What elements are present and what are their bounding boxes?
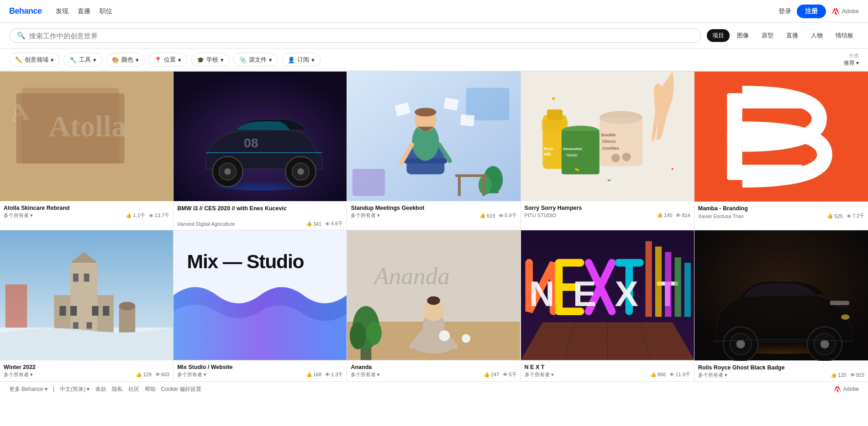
graduation-icon: 🎓 — [197, 57, 204, 63]
svg-rect-31 — [458, 177, 461, 196]
view-icon: 👁 — [847, 213, 852, 219]
card-ananda[interactable]: Ananda Ananda 多个所有者 ▾ 👍 247 — [347, 230, 521, 381]
svg-rect-104 — [655, 247, 661, 317]
card-author[interactable]: Xavier Esclusa Trias — [698, 213, 744, 219]
card-rollsroyce-image — [694, 230, 868, 360]
svg-rect-16 — [352, 169, 385, 196]
card-stats: 👍 247 👁 5千 — [484, 371, 516, 378]
likes-stat: 👍 247 — [484, 372, 499, 378]
views-stat: 👁 1.3千 — [325, 371, 343, 378]
tab-images[interactable]: 图像 — [731, 29, 754, 42]
filter-subscription[interactable]: 👤 订阅 ▾ — [282, 53, 321, 67]
svg-rect-75 — [5, 285, 27, 328]
likes-stat: 👍 619 — [479, 213, 495, 218]
svg-point-45 — [611, 154, 620, 162]
view-icon: 👁 — [850, 372, 855, 378]
filter-school[interactable]: 🎓 学校 ▾ — [191, 53, 230, 67]
bottom-language[interactable]: 中文(简体) ▾ — [60, 385, 89, 393]
like-icon: 👍 — [657, 212, 663, 218]
card-author[interactable]: 多个所有者 ▾ — [177, 371, 206, 378]
card-author[interactable]: 多个所有者 ▾ — [351, 212, 380, 219]
card-sorry[interactable]: Rose Milk Double Choco Cookies — [521, 72, 694, 230]
card-author[interactable]: 多个所有者 ▾ — [4, 212, 33, 219]
bottom-bar: 更多 Behance ▾ | 中文(简体) ▾ 条款 隐私 社区 帮助 Cook… — [0, 381, 868, 397]
like-icon: 👍 — [306, 372, 312, 378]
svg-text:Atolla: Atolla — [49, 110, 126, 143]
card-rollsroyce[interactable]: Rolls Royce Ghost Black Badge 多个所有者 ▾ 👍 … — [694, 230, 868, 381]
filter-color[interactable]: 🎨 颜色 ▾ — [106, 53, 145, 67]
bottom-help[interactable]: 帮助 — [145, 385, 156, 393]
tab-people[interactable]: 人物 — [805, 29, 828, 42]
location-icon: 📍 — [154, 57, 162, 63]
filter-location[interactable]: 📍 位置 ▾ — [148, 53, 187, 67]
svg-point-93 — [439, 331, 450, 342]
card-meta: Xavier Esclusa Trias 👍 525 👁 7.2千 — [698, 213, 864, 219]
card-stats: 👍 525 👁 7.2千 — [827, 213, 864, 219]
search-input-wrap[interactable]: 🔍 — [9, 28, 701, 43]
card-standup[interactable]: Standup Meetings Geekbot 多个所有者 ▾ 👍 619 👁 — [347, 72, 521, 230]
nav-live[interactable]: 直播 — [78, 7, 90, 16]
card-meta: 多个所有者 ▾ 👍 866 👁 11.9千 — [525, 371, 690, 378]
views-stat: 👁 814 — [676, 213, 690, 218]
tab-live[interactable]: 直播 — [781, 29, 804, 42]
pencil-icon: ✏️ — [15, 57, 22, 63]
svg-point-41 — [599, 111, 642, 124]
register-button[interactable]: 注册 — [797, 5, 826, 18]
tab-moodboard[interactable]: 情结板 — [830, 29, 859, 42]
card-winter[interactable]: Winter 2022 多个所有者 ▾ 👍 129 👁 603 — [0, 230, 174, 381]
like-icon: 👍 — [484, 372, 490, 378]
card-author[interactable]: 多个所有者 ▾ — [698, 372, 727, 379]
svg-point-9 — [225, 168, 231, 175]
nav-jobs[interactable]: 职位 — [100, 7, 112, 16]
card-mamba[interactable]: Mamba - Branding Xavier Esclusa Trias 👍 … — [694, 72, 868, 230]
card-atolla[interactable]: Atolla A Atolla Skincare Rebrand 多个所有者 ▾… — [0, 72, 174, 230]
view-icon: 👁 — [325, 372, 330, 377]
tab-prototypes[interactable]: 原型 — [756, 29, 779, 42]
filter-tools[interactable]: 🔧 工具 ▾ — [63, 53, 102, 67]
chevron-icon: ▾ — [51, 57, 54, 63]
view-icon: 👁 — [499, 213, 504, 218]
chevron-icon: ▾ — [178, 57, 181, 63]
filter-source-files[interactable]: 📎 源文件 ▾ — [233, 53, 278, 67]
main-nav: Behance 发现 直播 职位 登录 注册 Adobe — [0, 0, 868, 23]
bottom-more-behance[interactable]: 更多 Behance ▾ — [9, 385, 47, 393]
login-button[interactable]: 登录 — [779, 7, 791, 16]
bottom-privacy[interactable]: 隐私 — [112, 385, 123, 393]
bottom-community[interactable]: 社区 — [128, 385, 139, 393]
nav-discover[interactable]: 发现 — [56, 7, 68, 16]
author-arrow: ▾ — [377, 213, 380, 218]
card-author[interactable]: 多个所有者 ▾ — [525, 371, 554, 378]
sort-value[interactable]: 推荐 ▾ — [844, 59, 859, 67]
card-author[interactable]: 多个所有者 ▾ — [351, 371, 380, 378]
author-arrow: ▾ — [725, 372, 727, 378]
svg-rect-68 — [70, 306, 77, 316]
ananda-visual: Ananda — [347, 230, 520, 360]
grid-row-1: Atolla A Atolla Skincare Rebrand 多个所有者 ▾… — [0, 72, 868, 230]
separator: | — [53, 386, 54, 392]
tab-projects[interactable]: 项目 — [707, 29, 730, 42]
card-author[interactable]: 多个所有者 ▾ — [4, 371, 33, 378]
card-title: BMW i3 // CES 2020 // with Enes Kucevic — [177, 205, 343, 219]
search-icon: 🔍 — [17, 31, 26, 40]
card-bmw[interactable]: 08 BMW i3 // CES 2020 // with Enes Kucev… — [174, 72, 347, 230]
card-author[interactable]: Harvest Digital Agriculture — [177, 221, 235, 227]
card-mixstudio[interactable]: Mix — Studio — [174, 230, 347, 381]
card-atolla-info: Atolla Skincare Rebrand 多个所有者 ▾ 👍 1.1千 👁 — [0, 201, 173, 222]
bottom-cookie[interactable]: Cookie 偏好设置 — [161, 385, 202, 393]
card-next[interactable]: N E X T N E X T 多个所有者 ▾ — [521, 230, 694, 381]
bottom-terms[interactable]: 条款 — [95, 385, 106, 393]
card-atolla-image: Atolla A — [0, 72, 173, 201]
mixstudio-visual: Mix — Studio — [174, 230, 347, 360]
search-input[interactable] — [29, 32, 694, 40]
card-stats: 👍 1.1千 👁 13.7千 — [126, 212, 169, 219]
svg-rect-26 — [460, 114, 475, 126]
likes-stat: 👍 341 — [306, 221, 321, 227]
card-stats: 👍 168 👁 1.3千 — [306, 371, 343, 378]
card-stats: 👍 341 👁 4.6千 — [306, 220, 343, 227]
svg-rect-72 — [87, 322, 92, 329]
svg-text:Double: Double — [601, 132, 615, 137]
filter-creative-field[interactable]: ✏️ 创意领域 ▾ — [9, 53, 60, 67]
adobe-logo: Adobe — [831, 7, 859, 16]
chevron-icon: ▾ — [311, 57, 315, 63]
card-author[interactable]: PITU STUDIO — [525, 213, 557, 218]
